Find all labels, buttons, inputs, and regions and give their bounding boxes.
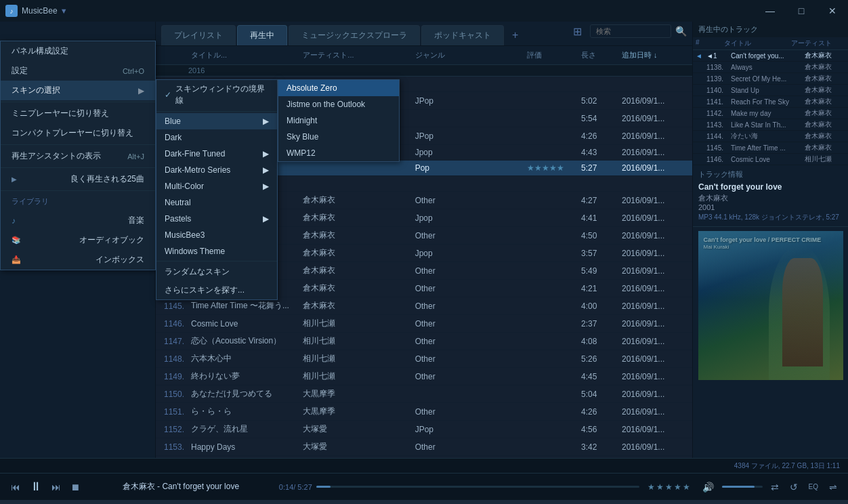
track-info-year: 2001 [698,203,843,211]
track-info-artist: 倉木麻衣 [698,193,843,203]
prev-button[interactable]: ⏮ [8,480,23,494]
next-button[interactable]: ⏭ [49,480,64,494]
player-progress-fill [316,486,331,488]
tab-podcast[interactable]: ポッドキャスト [421,25,504,45]
skin-window-border[interactable]: ✓ スキンウィンドウの境界線 [156,80,277,110]
ctx-top25-icon: ▶ [12,175,17,183]
track-row[interactable]: 1147. 恋心（Acoustic Virsion） 相川七瀬 Other 4:… [156,333,692,350]
queue-row[interactable]: 1143. Like A Star In Th... 倉木麻衣 [693,119,848,131]
queue-row[interactable]: 1139. Secret Of My He... 倉木麻衣 [693,73,848,85]
queue-row[interactable]: ◄ ◄1 Can't forget you... 倉木麻衣 [693,50,848,62]
skin-windows-theme[interactable]: Windows Theme [156,243,277,259]
track-info-title: Can't forget your love [698,182,843,192]
skin-midnight[interactable]: Midnight [278,112,399,129]
maximize-button[interactable]: □ [786,0,817,22]
play-pause-button[interactable]: ⏸ [27,478,45,495]
ctx-compact-player[interactable]: コンパクトプレーヤーに切り替え [1,123,155,143]
player-progress-bar[interactable] [316,486,639,488]
app-dropdown-arrow[interactable]: ▼ [60,7,68,15]
search-icon[interactable]: 🔍 [675,26,687,37]
blue-skin-submenu: Absolute Zero Jistme on the Outlook Midn… [278,79,400,162]
blue-arrow: ▶ [263,117,269,126]
tab-add-button[interactable]: + [505,25,525,45]
track-row[interactable]: 1152. クラゲ、流れ星 大塚愛 JPop 4:56 2016/09/1... [156,421,692,438]
shuffle-button[interactable]: ⇄ [768,480,782,494]
dark-fine-arrow: ▶ [263,149,269,159]
skin-dark[interactable]: Dark [156,129,277,146]
year-header: 2016 [156,65,692,77]
skin-more[interactable]: さらにスキンを探す... [156,281,277,299]
repeat-button[interactable]: ↺ [787,480,801,494]
col-genre[interactable]: ジャンル [412,49,524,62]
volume-icon[interactable]: 🔊 [700,480,717,494]
queue-row[interactable]: 1142. Make my day 倉木麻衣 [693,108,848,119]
ctx-settings-shortcut: Ctrl+O [123,67,144,75]
tab-playing[interactable]: 再生中 [237,25,287,45]
tab-explorer[interactable]: ミュージックエクスプローラ [289,25,420,45]
skin-dark-metro[interactable]: Dark-Metro Series ▶ [156,162,277,178]
eq-button[interactable]: EQ [806,482,821,492]
minimize-button[interactable]: — [755,0,786,22]
titlebar: ♪ MusicBee ▼ — □ ✕ [0,0,848,22]
queue-row[interactable]: 1145. Time After Time ... 倉木麻衣 [693,142,848,154]
track-row[interactable]: 1154. さくらんぼ 大塚愛 Blues 3:31 2016/09/1... [156,456,692,458]
search-input[interactable] [590,24,671,38]
player-stars[interactable]: ★★★★★ [648,482,692,492]
sidebar: パネル構成設定 設定 Ctrl+O スキンの選択 ▶ ミニプレーヤーに切り替え … [0,22,156,458]
stop-button[interactable]: ⏹ [68,480,83,494]
track-row[interactable]: 1148. 六本木心中 相川七瀬 Other 5:26 2016/09/1... [156,350,692,368]
skin-multi-color[interactable]: Multi-Color ▶ [156,178,277,194]
volume-slider[interactable] [722,486,763,488]
col-artist[interactable]: アーティスト... [300,49,412,62]
ctx-assistant[interactable]: 再生アシスタントの表示 Alt+J [1,146,155,166]
col-duration[interactable]: 長さ [578,49,619,62]
track-info-label: トラック情報 [698,169,843,180]
album-art-inner: Can't forget your love / PERFECT CRIMEMa… [698,231,843,380]
col-rating[interactable]: 評価 [524,49,578,62]
queue-row[interactable]: 1138. Always 倉木麻衣 [693,62,848,73]
ctx-music[interactable]: ♪ 音楽 [1,211,155,230]
track-row[interactable]: 1150. あなただけ見つめてる 大黒摩季 5:04 2016/09/1... [156,385,692,403]
close-button[interactable]: ✕ [817,0,848,22]
skin-absolute-zero[interactable]: Absolute Zero [278,80,399,96]
track-row[interactable]: 1149. 終わりない夢 相川七瀬 Other 4:45 2016/09/1..… [156,368,692,385]
col-date[interactable]: 追加日時 ↓ [619,49,687,62]
skin-dark-fine[interactable]: Dark-Fine Tuned ▶ [156,146,277,162]
skin-divider [156,111,277,112]
track-info-section: トラック情報 Can't forget your love 倉木麻衣 2001 … [693,165,848,227]
queue-row[interactable]: 1140. Stand Up 倉木麻衣 [693,85,848,96]
skin-blue[interactable]: Blue ▶ [156,113,277,129]
skin-pastels[interactable]: Pastels ▶ [156,211,277,227]
track-row[interactable]: 1151. ら・ら・ら 大黒摩季 Other 4:26 2016/09/1... [156,403,692,421]
player-time: 0:14/ 5:27 [279,483,312,491]
skin-neutral[interactable]: Neutral [156,194,277,211]
tab-playlist[interactable]: プレイリスト [161,25,236,45]
inbox-icon: 📥 [12,255,21,264]
queue-row[interactable]: 1146. Cosmic Love 相川七瀬 [693,154,848,165]
skin-random[interactable]: ランダムなスキン [156,263,277,281]
ctx-skin[interactable]: スキンの選択 ▶ [1,81,155,100]
skin-musicbee3[interactable]: MusicBee3 [156,227,277,243]
track-row[interactable]: 1153. Happy Days 大塚愛 Other 3:42 2016/09/… [156,438,692,456]
ctx-top25[interactable]: ▶ 良く再生される25曲 [1,169,155,189]
album-silhouette [782,258,823,366]
now-playing-header: 再生中のトラック [693,22,848,37]
layout-button[interactable]: ⊞ [569,25,586,38]
skin-sky-blue[interactable]: Sky Blue [278,129,399,145]
ctx-mini-player[interactable]: ミニプレーヤーに切り替え [1,104,155,123]
track-row[interactable]: 1146. Cosmic Love 相川七瀬 Other 2:37 2016/0… [156,315,692,333]
skin-jistme[interactable]: Jistme on the Outlook [278,96,399,112]
music-icon: ♪ [12,216,16,226]
ctx-settings[interactable]: 設定 Ctrl+O [1,61,155,81]
ctx-panel-config[interactable]: パネル構成設定 [1,41,155,61]
crossfade-button[interactable]: ⇌ [826,480,840,494]
ctx-inbox[interactable]: 📥 インボックス [1,250,155,270]
skin-wmp12[interactable]: WMP12 [278,145,399,161]
volume-fill [722,486,755,488]
ctx-audiobook[interactable]: 📚 オーディオブック [1,230,155,250]
pastels-arrow: ▶ [263,214,269,224]
queue-row[interactable]: 1141. Reach For The Sky 倉木麻衣 [693,96,848,108]
ctx-divider-2 [1,144,155,145]
queue-row[interactable]: 1144. 冷たい海 倉木麻衣 [693,131,848,142]
col-title[interactable]: タイトル... [188,49,300,62]
